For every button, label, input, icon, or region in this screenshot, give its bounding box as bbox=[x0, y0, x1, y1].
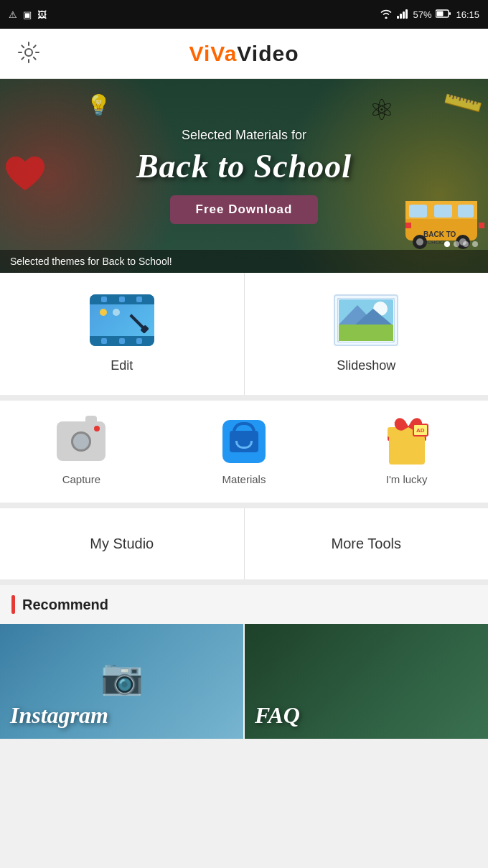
dot-2 bbox=[454, 241, 459, 247]
app-logo: ViVaVideo bbox=[189, 42, 299, 66]
studio-row: My Studio More Tools bbox=[0, 508, 488, 585]
battery-icon bbox=[436, 9, 451, 21]
slideshow-svg bbox=[337, 298, 395, 342]
recommend-title: Recommend bbox=[22, 597, 108, 613]
materials-button[interactable]: Materials bbox=[163, 401, 326, 503]
capture-button[interactable]: Capture bbox=[0, 401, 163, 503]
faq-card-label: FAQ bbox=[255, 702, 300, 729]
status-icons: ⚠ ▣ 🖼 bbox=[9, 9, 47, 20]
slideshow-button[interactable]: Slideshow bbox=[245, 273, 489, 395]
svg-rect-5 bbox=[437, 11, 444, 16]
notification-icon: ⚠ bbox=[9, 9, 17, 20]
my-studio-label: My Studio bbox=[90, 536, 154, 552]
lucky-icon-wrap: AD bbox=[382, 418, 432, 465]
svg-rect-1 bbox=[400, 14, 402, 19]
dot-4 bbox=[472, 241, 478, 247]
battery-percentage: 57% bbox=[413, 9, 431, 20]
svg-rect-17 bbox=[405, 223, 411, 228]
image-icon: 🖼 bbox=[37, 9, 47, 20]
svg-rect-2 bbox=[403, 11, 405, 19]
materials-label: Materials bbox=[222, 473, 266, 485]
banner-download-button[interactable]: Free Download bbox=[170, 195, 319, 224]
svg-rect-3 bbox=[405, 9, 408, 19]
svg-rect-12 bbox=[458, 205, 474, 218]
signal-icon bbox=[397, 9, 408, 21]
logo-video: Video bbox=[237, 42, 299, 65]
svg-point-7 bbox=[25, 49, 32, 56]
gift-tag: AD bbox=[413, 424, 428, 437]
dot-3 bbox=[463, 241, 469, 247]
svg-rect-27 bbox=[339, 325, 393, 341]
tools-row: Capture Materials AD I'm lucky bbox=[0, 401, 488, 508]
logo-viva: ViVa bbox=[189, 42, 238, 65]
promo-banner[interactable]: 📏 ⚛ 💡 Selected Materials for Back to Sch… bbox=[0, 79, 488, 273]
edit-button[interactable]: Edit bbox=[0, 273, 245, 395]
lucky-button[interactable]: AD I'm lucky bbox=[325, 401, 488, 503]
app-header: ViVaVideo bbox=[0, 29, 488, 79]
slideshow-label: Slideshow bbox=[337, 358, 395, 373]
edit-label: Edit bbox=[111, 358, 133, 373]
capture-label: Capture bbox=[62, 473, 100, 485]
more-tools-label: More Tools bbox=[332, 536, 401, 552]
status-bar: ⚠ ▣ 🖼 57% 16:15 bbox=[0, 0, 488, 29]
lucky-icon: AD bbox=[385, 418, 428, 465]
recommend-bar-decoration bbox=[11, 595, 15, 614]
gear-icon bbox=[17, 41, 40, 67]
recommend-card-faq[interactable]: FAQ bbox=[245, 624, 488, 739]
recommend-cards: 📷 Instagram FAQ bbox=[0, 624, 488, 739]
more-tools-button[interactable]: More Tools bbox=[245, 508, 489, 579]
capture-icon-wrap bbox=[56, 418, 106, 465]
svg-text:BACK TO: BACK TO bbox=[423, 230, 456, 238]
svg-rect-10 bbox=[409, 205, 427, 218]
dot-1 bbox=[444, 241, 450, 247]
status-info: 57% 16:15 bbox=[380, 9, 479, 21]
my-studio-button[interactable]: My Studio bbox=[0, 508, 245, 579]
sim-icon: ▣ bbox=[23, 9, 32, 20]
banner-dots bbox=[444, 241, 478, 247]
banner-footer: Selected themes for Back to School! bbox=[0, 250, 488, 273]
instagram-card-label: Instagram bbox=[10, 702, 108, 729]
svg-rect-11 bbox=[434, 205, 452, 218]
recommend-header: Recommend bbox=[0, 595, 488, 624]
banner-subtitle: Selected Materials for bbox=[182, 128, 306, 143]
capture-icon bbox=[57, 421, 105, 461]
camera-decoration: 📷 bbox=[100, 657, 144, 697]
main-actions-row: Edit Slideshow bbox=[0, 273, 488, 401]
time-display: 16:15 bbox=[456, 9, 479, 20]
svg-point-14 bbox=[416, 238, 423, 246]
slideshow-icon bbox=[334, 294, 398, 348]
recommend-section: Recommend 📷 Instagram FAQ bbox=[0, 585, 488, 739]
svg-rect-6 bbox=[449, 12, 451, 15]
settings-button[interactable] bbox=[13, 38, 44, 70]
lucky-label: I'm lucky bbox=[386, 473, 428, 485]
edit-icon bbox=[90, 294, 154, 348]
materials-icon-wrap bbox=[219, 418, 269, 465]
materials-icon bbox=[222, 420, 266, 463]
wifi-icon bbox=[380, 9, 393, 21]
svg-rect-0 bbox=[397, 16, 399, 19]
banner-title: Back to School bbox=[136, 147, 352, 185]
recommend-card-instagram[interactable]: 📷 Instagram bbox=[0, 624, 243, 739]
svg-rect-18 bbox=[479, 223, 484, 228]
